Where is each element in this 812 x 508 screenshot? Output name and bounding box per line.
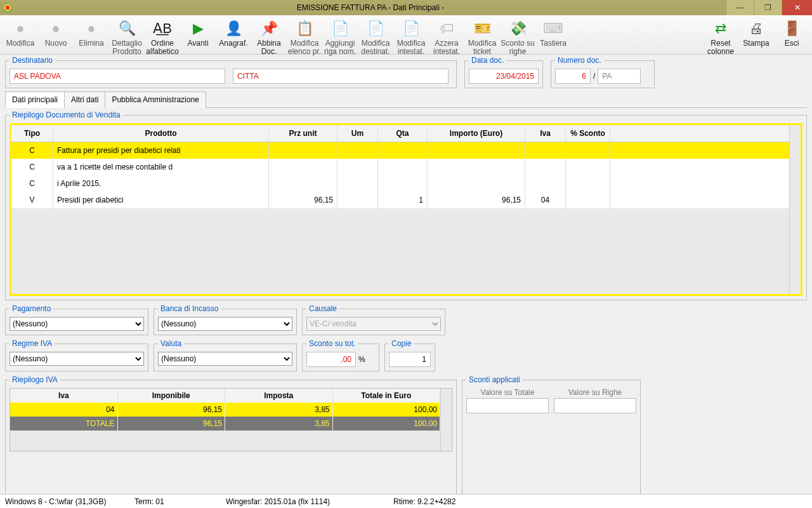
maximize-button[interactable]: ❐ bbox=[754, 0, 782, 15]
valuta-legend: Valuta bbox=[158, 339, 184, 348]
iva-scrollbar[interactable] bbox=[440, 389, 452, 451]
copie-input[interactable] bbox=[389, 352, 431, 367]
iva-grid[interactable]: IvaImponibileImpostaTotale in Euro0496,1… bbox=[10, 389, 440, 451]
pagamento-select[interactable]: (Nessuno) bbox=[10, 317, 144, 331]
table-row[interactable]: Ci Aprile 2015. bbox=[11, 175, 789, 192]
sconti-righe-input[interactable] bbox=[554, 398, 636, 413]
banca-select[interactable]: (Nessuno) bbox=[158, 317, 292, 331]
grid-header[interactable]: Importo (Euro) bbox=[428, 125, 525, 142]
numero-doc-sep: / bbox=[593, 72, 595, 81]
sconto-tot-legend: Sconto su tot. bbox=[306, 339, 358, 348]
grid-scrollbar[interactable] bbox=[789, 125, 801, 294]
valuta-select[interactable]: (Nessuno) bbox=[158, 352, 292, 366]
grid-header[interactable]: Prz unit bbox=[269, 125, 337, 142]
toolbar-agg-riga-button: 📄Aggiungi riga nom. bbox=[322, 17, 358, 56]
toolbar-modifica-button: ●Modifica bbox=[3, 17, 38, 48]
sconti-col1-label: Valore su Totale bbox=[481, 388, 535, 397]
toolbar-mod-dest-button: 📄Modifica destinat. bbox=[358, 17, 393, 56]
toolbar-sconto-righe-button: 💸Sconto su righe bbox=[500, 17, 535, 56]
data-doc-legend: Data doc. bbox=[469, 56, 506, 65]
grid-header[interactable]: % Sconto bbox=[566, 125, 610, 142]
table-row[interactable]: Cva a 1 ricette del mese contabile d bbox=[11, 159, 789, 175]
numero-doc-group: Numero doc. / bbox=[551, 56, 655, 88]
sconto-tot-unit: % bbox=[358, 355, 365, 364]
riepilogo-legend: Riepilogo Documento di Vendita bbox=[10, 110, 123, 119]
status-app: Wingesfar: 2015.01a (fix 1114) bbox=[226, 497, 378, 506]
grid-header[interactable]: Iva bbox=[525, 125, 566, 142]
copie-legend: Copie bbox=[389, 339, 414, 348]
window-title: EMISSIONE FATTURA PA - Dati Principali - bbox=[15, 3, 726, 12]
sconto-tot-input[interactable] bbox=[306, 352, 356, 367]
destinatario-legend: Destinatario bbox=[10, 56, 55, 65]
toolbar-abbina-button[interactable]: 📌Abbina Doc. bbox=[251, 17, 287, 56]
sconti-totale-input[interactable] bbox=[466, 398, 549, 413]
status-bar: Windows 8 - C:\wfar (31,3GB) Term: 01 Wi… bbox=[0, 494, 812, 508]
grid-header[interactable]: Qta bbox=[378, 125, 428, 142]
toolbar-azzera-button: 🏷Azzera intestat. bbox=[429, 17, 464, 56]
close-button[interactable]: ✕ bbox=[782, 0, 812, 15]
toolbar-elimina-button: ●Elimina bbox=[74, 17, 109, 48]
causale-select: VE-C/ vendita bbox=[306, 317, 441, 331]
main-toolbar: ●Modifica●Nuovo●Elimina🔍Dettaglio Prodot… bbox=[0, 15, 812, 55]
toolbar-dettaglio-button: 🔍Dettaglio Prodotto bbox=[109, 17, 145, 56]
tab-dati-principali[interactable]: Dati principali bbox=[5, 91, 65, 108]
toolbar-avanti-button[interactable]: ▶Avanti bbox=[180, 17, 216, 48]
destinatario-city-input[interactable] bbox=[233, 69, 449, 84]
data-doc-input[interactable] bbox=[469, 69, 539, 84]
causale-legend: Causale bbox=[306, 304, 339, 313]
sconti-col2-label: Valore su Righe bbox=[568, 388, 622, 397]
status-os: Windows 8 - C:\wfar (31,3GB) bbox=[5, 497, 119, 506]
toolbar-mod-int-button: 📄Modifica intestat. bbox=[393, 17, 429, 56]
toolbar-ordine-button[interactable]: A͟BOrdine alfabetico bbox=[145, 17, 180, 56]
toolbar-stampa-button[interactable]: 🖨Stampa bbox=[738, 17, 774, 48]
iva-row[interactable]: TOTALE96,153,85100,00 bbox=[10, 417, 440, 431]
pagamento-legend: Pagamento bbox=[10, 304, 53, 313]
numero-doc-suffix-input[interactable] bbox=[598, 69, 641, 84]
status-rtime: Rtime: 9.2.2+4282 bbox=[393, 497, 508, 506]
destinatario-name-input[interactable] bbox=[10, 69, 225, 84]
app-icon bbox=[0, 3, 15, 12]
toolbar-tastiera-button: ⌨Tastiera bbox=[535, 17, 571, 48]
toolbar-reset-col-button[interactable]: ⇄Reset colonne bbox=[703, 17, 738, 56]
tab-bar: Dati principaliAltri datiPubblica Ammini… bbox=[5, 91, 807, 108]
tab-pubblica-amministrazione[interactable]: Pubblica Amministrazione bbox=[105, 91, 206, 108]
regime-select[interactable]: (Nessuno) bbox=[10, 352, 144, 366]
grid-header[interactable]: Um bbox=[337, 125, 378, 142]
toolbar-esci-button[interactable]: 🚪Esci bbox=[774, 17, 809, 48]
data-doc-group: Data doc. bbox=[464, 56, 543, 88]
tab-altri-dati[interactable]: Altri dati bbox=[64, 91, 105, 108]
titlebar: EMISSIONE FATTURA PA - Dati Principali -… bbox=[0, 0, 812, 15]
regime-legend: Regime IVA bbox=[10, 339, 55, 348]
banca-legend: Banca di Incasso bbox=[158, 304, 221, 313]
sconti-legend: Sconti applicati bbox=[466, 375, 523, 384]
toolbar-nuovo-button: ●Nuovo bbox=[38, 17, 74, 48]
iva-legend: Riepilogo IVA bbox=[10, 375, 60, 384]
toolbar-mod-ticket-button: 🎫Modifica ticket bbox=[464, 17, 500, 56]
minimize-button[interactable]: — bbox=[726, 0, 754, 15]
iva-row[interactable]: 0496,153,85100,00 bbox=[10, 403, 440, 417]
status-term: Term: 01 bbox=[134, 497, 211, 506]
grid-header[interactable]: Prodotto bbox=[53, 125, 269, 142]
numero-doc-legend: Numero doc. bbox=[555, 56, 604, 65]
riepilogo-grid[interactable]: TipoProdottoPrz unitUmQtaImporto (Euro)I… bbox=[11, 125, 789, 294]
riepilogo-group: Riepilogo Documento di Vendita TipoProdo… bbox=[5, 110, 807, 300]
toolbar-mod-elenco-button: 📋Modifica elenco pr. bbox=[287, 17, 322, 56]
table-row[interactable]: CFattura per presidi per diabetici relat… bbox=[11, 142, 789, 159]
numero-doc-num-input[interactable] bbox=[555, 69, 591, 84]
table-row[interactable]: VPresidi per diabetici96,15196,1504 bbox=[11, 192, 789, 208]
grid-header[interactable]: Tipo bbox=[11, 125, 53, 142]
destinatario-group: Destinatario bbox=[5, 56, 457, 88]
grid-container: TipoProdottoPrz unitUmQtaImporto (Euro)I… bbox=[10, 123, 802, 296]
toolbar-anagraf-button[interactable]: 👤Anagraf. bbox=[216, 17, 251, 48]
